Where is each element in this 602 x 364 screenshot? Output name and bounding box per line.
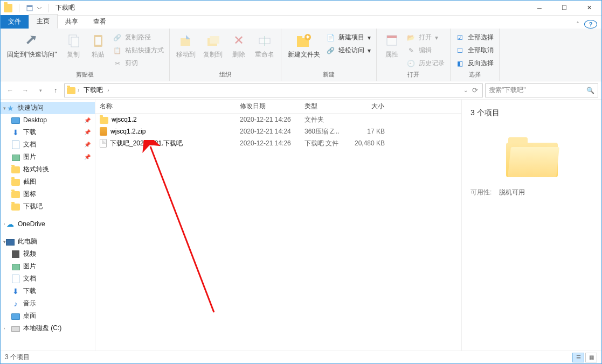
sidebar-onedrive[interactable]: ›☁OneDrive (1, 218, 95, 230)
tab-home[interactable]: 主页 (29, 14, 58, 29)
address-dropdown-icon[interactable]: ⌄ (463, 87, 468, 93)
new-item-button[interactable]: 📄新建项目 ▾ (324, 32, 373, 43)
select-all-button[interactable]: ☑全部选择 (454, 32, 496, 43)
sidebar-item-folder[interactable]: 下载吧 (1, 200, 95, 213)
sidebar-item-downloads[interactable]: ⬇下载📌 (1, 126, 95, 138)
refresh-icon[interactable]: ⟳ (472, 86, 478, 94)
sidebar-item-documents[interactable]: 文档📌 (1, 138, 95, 151)
minimize-button[interactable]: ─ (527, 1, 552, 16)
copy-to-button[interactable]: 复制到 (200, 30, 226, 61)
move-to-button[interactable]: 移动到 (173, 30, 199, 61)
ribbon-tabs: 文件 主页 共享 查看 ˄ ? (1, 16, 601, 29)
search-icon[interactable]: 🔍 (586, 87, 594, 94)
sidebar-item-desktop[interactable]: 桌面 (1, 310, 95, 322)
desktop-icon (11, 313, 20, 320)
file-icon (100, 139, 107, 148)
nav-back-button[interactable]: ← (4, 84, 17, 97)
sidebar-item-folder[interactable]: 图标 (1, 188, 95, 200)
details-count: 3 个项目 (470, 108, 593, 118)
ribbon-group-open: 打开 (380, 69, 447, 80)
svg-rect-5 (95, 37, 101, 45)
svg-rect-1 (27, 5, 32, 7)
cut-button[interactable]: ✂剪切 (111, 58, 166, 69)
col-date[interactable]: 修改日期 (236, 102, 300, 111)
pin-icon: 📌 (84, 154, 91, 160)
chevron-right-icon[interactable]: › (78, 87, 79, 93)
col-size[interactable]: 大小 (346, 102, 389, 111)
ribbon-group-new: 新建 (285, 69, 373, 80)
sidebar-item-folder[interactable]: 格式转换 (1, 163, 95, 176)
file-row[interactable]: wjscq1.2.zip 2020-12-21 14:24 360压缩 Z...… (95, 125, 461, 137)
breadcrumb[interactable]: 下载吧 (81, 86, 105, 95)
easy-access-button[interactable]: 🔗轻松访问 ▾ (324, 45, 373, 56)
pin-icon: 📌 (84, 142, 91, 148)
history-button[interactable]: 🕘历史记录 (405, 58, 447, 69)
select-none-button[interactable]: ☐全部取消 (454, 45, 496, 56)
details-folder-icon (506, 134, 558, 177)
pin-quickaccess-button[interactable]: 固定到"快速访问" (4, 30, 60, 61)
close-button[interactable]: ✕ (577, 1, 601, 16)
folder-icon (11, 179, 20, 186)
navigation-pane[interactable]: ▾★快速访问 Desktop📌 ⬇下载📌 文档📌 图片📌 格式转换 截图 图标 … (1, 100, 95, 351)
view-icons-button[interactable]: ▦ (585, 353, 597, 362)
delete-button[interactable]: ✕删除 (227, 30, 251, 61)
sidebar-item-downloads[interactable]: ⬇下载 (1, 285, 95, 297)
file-row[interactable]: wjscq1.2 2020-12-21 14:26 文件夹 (95, 114, 461, 125)
annotation-arrow (139, 140, 246, 318)
view-details-button[interactable]: ☰ (572, 353, 584, 362)
address-bar[interactable]: › 下载吧 › ⌄ ⟳ (64, 83, 483, 97)
tab-view[interactable]: 查看 (86, 15, 114, 29)
onedrive-icon: ☁ (6, 220, 15, 228)
sidebar-item-music[interactable]: ♪音乐 (1, 297, 95, 310)
file-row[interactable]: 下载吧_20201221.下载吧 2020-12-21 14:26 下载吧 文件… (95, 137, 461, 149)
edit-button[interactable]: ✎编辑 (405, 45, 447, 56)
pc-icon (6, 239, 15, 246)
paste-button[interactable]: 粘贴 (86, 30, 110, 61)
sidebar-item-folder[interactable]: 截图 (1, 176, 95, 188)
nav-up-button[interactable]: ↑ (49, 84, 62, 97)
svg-rect-6 (181, 38, 190, 46)
qat-properties-icon[interactable] (26, 4, 33, 12)
tab-share[interactable]: 共享 (58, 15, 86, 29)
ribbon-collapse-icon[interactable]: ˄ (571, 21, 584, 29)
sidebar-item-pictures[interactable]: 图片 (1, 260, 95, 272)
sidebar-item-disk-c[interactable]: ›本地磁盘 (C:) (1, 322, 95, 334)
properties-button[interactable]: 属性 (380, 30, 404, 61)
svg-rect-12 (297, 36, 302, 39)
tab-file[interactable]: 文件 (1, 15, 29, 29)
maximize-button[interactable]: ☐ (552, 1, 577, 16)
nav-recent-dropdown[interactable]: ▾ (34, 84, 47, 97)
music-icon: ♪ (11, 299, 20, 308)
ribbon-group-select: 选择 (454, 69, 496, 80)
paste-shortcut-button[interactable]: 📋粘贴快捷方式 (111, 45, 166, 56)
search-input[interactable]: 搜索"下载吧" 🔍 (485, 83, 598, 97)
qat-dropdown-icon[interactable] (37, 4, 42, 12)
column-headers: 名称 修改日期 类型 大小 (95, 100, 461, 114)
title-bar: 下载吧 ─ ☐ ✕ (1, 1, 601, 16)
folder-icon (11, 191, 20, 198)
sidebar-this-pc[interactable]: ▾此电脑 (1, 235, 95, 248)
sidebar-item-pictures[interactable]: 图片📌 (1, 151, 95, 163)
nav-forward-button[interactable]: → (19, 84, 32, 97)
new-folder-button[interactable]: ✦新建文件夹 (285, 30, 323, 61)
copy-path-button[interactable]: 🔗复制路径 (111, 32, 166, 43)
invert-selection-button[interactable]: ◧反向选择 (454, 58, 496, 69)
help-icon[interactable]: ? (584, 20, 597, 29)
folder-icon (11, 204, 20, 211)
document-icon (12, 141, 19, 149)
col-type[interactable]: 类型 (300, 102, 346, 111)
sidebar-quick-access[interactable]: ▾★快速访问 (1, 102, 95, 114)
details-availability: 可用性: 脱机可用 (470, 188, 593, 197)
copy-button[interactable]: 复制 (61, 30, 85, 61)
open-button[interactable]: 📂打开 ▾ (405, 32, 447, 43)
sidebar-item-documents[interactable]: 文档 (1, 272, 95, 285)
file-list-area: 名称 修改日期 类型 大小 wjscq1.2 2020-12-21 14:26 … (95, 100, 461, 351)
pin-icon: 📌 (84, 129, 91, 135)
picture-icon (12, 155, 20, 161)
col-name[interactable]: 名称 (95, 102, 236, 111)
rename-button[interactable]: 重命名 (252, 30, 278, 61)
search-placeholder: 搜索"下载吧" (489, 86, 526, 95)
chevron-right-icon[interactable]: › (107, 87, 109, 93)
sidebar-item-desktop[interactable]: Desktop📌 (1, 114, 95, 126)
sidebar-item-videos[interactable]: 视频 (1, 248, 95, 260)
